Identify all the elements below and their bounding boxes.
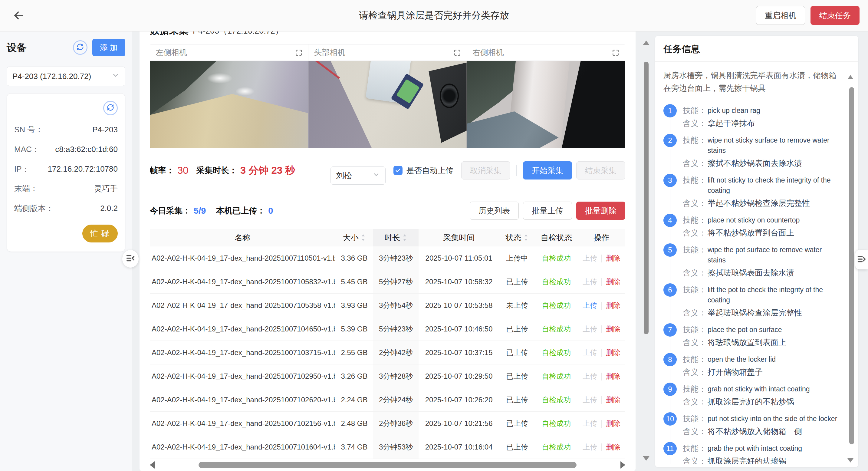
upload-link[interactable]: 上传 (583, 325, 597, 333)
skill-label: 技能： (683, 105, 708, 116)
collapse-task-panel-toggle[interactable] (855, 250, 868, 270)
upload-link[interactable]: 上传 (583, 372, 597, 380)
cell-check: 自检成功 (535, 277, 578, 287)
delete-link[interactable]: 删除 (606, 443, 620, 451)
meaning-text: 举起不粘炒锅检查涂层完整性 (708, 198, 810, 208)
cell-status: 已上传 (499, 277, 535, 287)
delete-link[interactable]: 删除 (606, 348, 620, 356)
cell-check: 自检成功 (535, 371, 578, 381)
auto-upload-checkbox[interactable]: 是否自动上传 (394, 165, 453, 176)
column-header-check: 自检状态 (535, 232, 578, 243)
scroll-left-icon[interactable] (150, 461, 155, 469)
start-collect-button[interactable]: 开始采集 (523, 161, 572, 180)
collect-controls: 帧率： 30 采集时长： 3 分钟 23 秒 刘松 是否自 (150, 156, 625, 185)
meaning-label: 含义： (683, 397, 708, 407)
cell-time: 2025-10-07 11:05:01 (418, 254, 499, 262)
meaning-label: 含义： (683, 456, 708, 464)
stop-collect-button[interactable]: 结束采集 (576, 161, 625, 180)
table-row: A02-A02-H-K-04-19_17-dex_hand-2025100711… (150, 246, 625, 270)
cell-duration: 2分钟24秒 (373, 388, 418, 411)
skill-label: 技能： (683, 384, 708, 394)
sort-caret-icon[interactable] (523, 234, 529, 242)
delete-link[interactable]: 删除 (606, 419, 620, 428)
delete-link[interactable]: 删除 (606, 396, 620, 404)
cell-size: 3.93 GB (335, 301, 373, 310)
delete-link[interactable]: 删除 (606, 372, 620, 380)
info-label: MAC： (14, 144, 40, 155)
column-header-size[interactable]: 大小 (335, 232, 373, 243)
device-info-list: SN 号： P4-203 MAC： c8:a3:62:c0:1d:60 IP： … (14, 124, 118, 214)
info-label: IP： (14, 164, 30, 175)
task-info-card: 任务信息 厨房水槽旁，锅具刚清洗完毕表面有水渍，储物箱在旁边台面上，需先擦干锅具… (655, 36, 858, 467)
fullscreen-icon[interactable] (295, 49, 303, 57)
refresh-devices-button[interactable] (73, 40, 88, 55)
cell-time: 2025-10-07 10:29:50 (418, 372, 499, 380)
camera-feed (150, 61, 308, 148)
uploaded-label: 本机已上传： (216, 205, 265, 216)
cell-file-name: A02-A02-H-K-04-19_17-dex_hand-2025100710… (150, 278, 335, 286)
info-value: 2.0.2 (100, 204, 118, 213)
upload-link[interactable]: 上传 (583, 254, 597, 262)
section-title: 数据采集 (150, 31, 189, 36)
delete-link[interactable]: 删除 (606, 278, 620, 286)
scroll-right-icon[interactable] (620, 461, 625, 469)
end-task-button[interactable]: 结束任务 (810, 6, 860, 25)
scroll-down-icon[interactable] (643, 456, 650, 461)
batch-upload-button[interactable]: 批量上传 (523, 201, 572, 220)
vscroll-thumb[interactable] (644, 62, 649, 334)
meaning-label: 含义： (683, 118, 708, 128)
center-scrollbar (636, 31, 655, 471)
delete-link[interactable]: 删除 (606, 254, 620, 262)
task-scroll-thumb[interactable] (849, 87, 854, 444)
delete-link[interactable]: 删除 (606, 301, 620, 309)
scroll-down-icon[interactable] (847, 458, 854, 463)
cancel-collect-button[interactable]: 取消采集 (461, 161, 510, 180)
upload-link[interactable]: 上传 (583, 301, 597, 309)
cell-file-name: A02-A02-H-K-04-19_17-dex_hand-2025100710… (150, 301, 335, 310)
section-title-device: P4-203（172.16.20.72） (193, 31, 283, 35)
step-number-badge: 4 (663, 214, 677, 227)
meaning-text: 擦拭珐琅锅表面去除水渍 (708, 268, 794, 278)
meaning-text: 擦拭不粘炒锅表面去除水渍 (708, 158, 802, 168)
menu-unfold-icon (857, 254, 867, 265)
cell-size: 2.24 GB (335, 396, 373, 404)
column-header-status[interactable]: 状态 (499, 232, 535, 243)
refresh-device-info-button[interactable] (103, 101, 118, 115)
add-device-button[interactable]: 添 加 (92, 39, 125, 56)
fullscreen-icon[interactable] (612, 49, 620, 57)
divider (601, 420, 602, 428)
collapse-sidebar-toggle[interactable] (122, 250, 138, 268)
operator-select[interactable]: 刘松 (331, 166, 385, 185)
sort-caret-icon[interactable] (361, 234, 366, 242)
scroll-up-icon[interactable] (847, 75, 854, 79)
table-row: A02-A02-H-K-04-19_17-dex_hand-2025100710… (150, 270, 625, 294)
batch-delete-button[interactable]: 批量删除 (576, 201, 625, 220)
cell-status: 已上传 (499, 348, 535, 357)
step-number-badge: 10 (663, 412, 677, 426)
restart-camera-button[interactable]: 重启相机 (756, 6, 805, 25)
upload-link[interactable]: 上传 (583, 278, 597, 286)
cell-duration: 3分钟53秒 (373, 435, 418, 459)
hscroll-track[interactable] (157, 462, 618, 468)
upload-link[interactable]: 上传 (583, 396, 597, 404)
cell-check: 自检成功 (535, 348, 578, 357)
upload-link[interactable]: 上传 (583, 348, 597, 356)
back-arrow-icon[interactable] (10, 7, 27, 24)
sidebar-title: 设备 (7, 41, 27, 55)
cell-check: 自检成功 (535, 324, 578, 334)
delete-link[interactable]: 删除 (606, 325, 620, 333)
upload-link[interactable]: 上传 (583, 443, 597, 451)
cell-actions: 上传删除 (578, 253, 625, 263)
sort-caret-icon[interactable] (402, 234, 407, 242)
upload-link[interactable]: 上传 (583, 419, 597, 428)
cell-file-name: A02-A02-H-K-04-19_17-dex_hand-2025100711… (150, 254, 335, 262)
device-info-row: 端侧版本： 2.0.2 (14, 203, 118, 214)
device-select[interactable]: P4-203 (172.16.20.72) (7, 67, 125, 86)
meaning-label: 含义： (683, 426, 708, 437)
history-list-button[interactable]: 历史列表 (470, 201, 519, 220)
fullscreen-icon[interactable] (453, 49, 461, 57)
column-header-duration[interactable]: 时长 (373, 229, 418, 246)
hscroll-thumb[interactable] (198, 462, 577, 468)
scroll-up-icon[interactable] (643, 40, 650, 45)
cell-duration: 2分钟42秒 (373, 341, 418, 364)
